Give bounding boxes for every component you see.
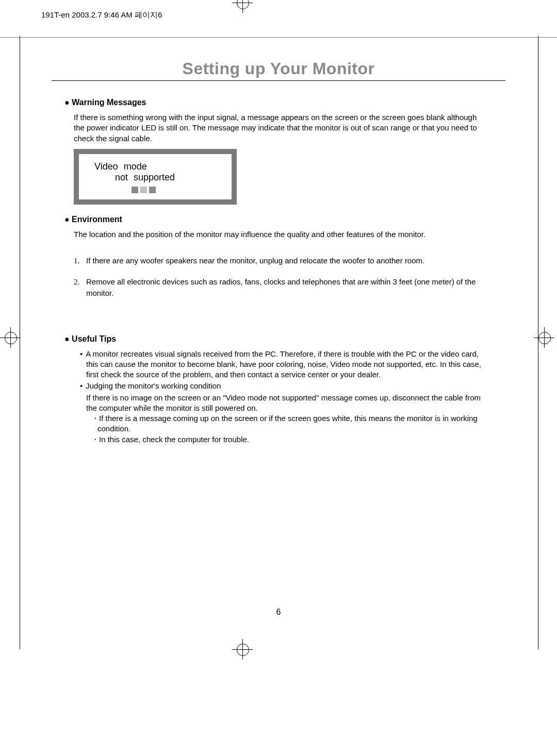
section-heading-warning: Warning Messages [64,98,487,107]
registration-mark-icon [232,0,253,13]
crop-rule-top [0,37,557,38]
page-number: 6 [0,608,557,617]
source-file-label: 191T-en 2003.2.7 9:46 AM 페이지6 [41,10,162,20]
warning-body-text: If there is something wrong with the inp… [74,112,487,144]
section-heading-environment: Environment [64,215,487,224]
section-heading-tips: Useful Tips [64,334,487,344]
tips-list: A monitor recreates visual signals recei… [80,349,487,445]
monitor-squares-icon [132,186,225,195]
list-item: Judging the monitor's working condition [80,381,487,391]
tips-followup-text: If there is no image on the screen or an… [86,393,487,414]
monitor-graphic: Video mode not supported [74,149,237,205]
registration-mark-icon [232,639,253,660]
list-item: A monitor recreates visual signals recei… [80,349,487,380]
list-number: 1. [74,255,86,267]
list-number: 2. [74,276,86,299]
registration-mark-icon [534,327,554,348]
title-underline [52,80,505,81]
list-subitem: In this case, check the computer for tro… [91,434,487,445]
registration-mark-icon [0,327,21,348]
page-title: Setting up Your Monitor [52,59,505,78]
monitor-msg-line1: Video mode [94,161,225,172]
page-content: Warning Messages If there is something w… [64,98,487,445]
list-item: 2. Remove all electronic devices such as… [74,276,487,299]
list-subitem: If there is a message coming up on the s… [91,413,487,434]
list-text: Remove all electronic devices such as ra… [86,276,487,299]
environment-body-text: The location and the position of the mon… [74,229,487,240]
list-text: If there are any woofer speakers near th… [86,255,424,267]
list-item: 1. If there are any woofer speakers near… [74,255,487,267]
page-title-block: Setting up Your Monitor [52,59,505,81]
monitor-msg-line2: not supported [115,172,225,183]
